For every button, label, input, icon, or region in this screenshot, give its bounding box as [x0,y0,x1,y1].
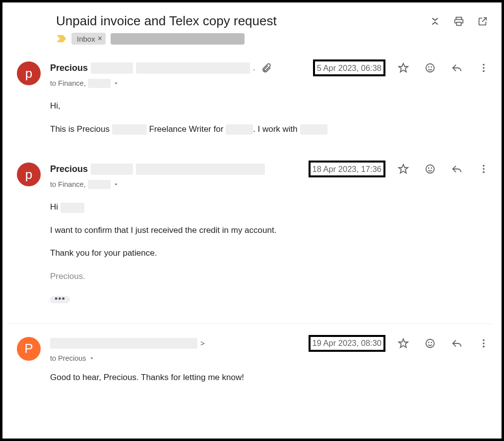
svg-point-22 [483,342,485,344]
redacted-text [136,62,250,73]
to-prefix: to [50,79,56,87]
svg-line-2 [482,17,486,21]
show-details-icon[interactable] [88,355,95,362]
svg-point-23 [483,345,485,347]
svg-point-4 [426,64,435,72]
print-icon[interactable] [453,15,465,27]
svg-point-21 [483,339,485,341]
body-line: Good to hear, Precious. Thanks for letti… [50,371,493,384]
svg-point-5 [429,67,429,67]
message-item: P > 19 Apr 2023, 08:30 to [7,335,493,397]
svg-point-9 [483,70,485,72]
angle-bracket: > [200,339,205,347]
inbox-label-chip[interactable]: Inbox × [71,33,106,45]
message-body: Hi, This is Precious Freelance Writer fo… [50,100,493,135]
emoji-react-icon[interactable] [424,337,436,349]
show-details-icon[interactable] [113,80,120,87]
to-value: Precious [58,354,86,362]
redacted-text [136,164,265,174]
timestamp: 5 Apr 2023, 06:38 [317,63,381,73]
signature: Precious. [50,270,493,283]
svg-point-6 [431,67,432,67]
reply-icon[interactable] [451,62,463,74]
svg-point-19 [429,342,429,342]
sender-name[interactable]: Precious [50,63,88,73]
message-divider [7,324,493,324]
body-line: Thank you for your patience. [50,247,493,260]
message-actions [397,163,490,175]
attachment-icon[interactable] [260,62,272,74]
redacted-text [91,164,133,174]
emoji-react-icon[interactable] [424,62,436,74]
star-icon[interactable] [397,62,409,74]
recipients-line[interactable]: to Precious [50,354,493,362]
svg-rect-1 [456,22,461,25]
svg-point-18 [426,339,435,347]
svg-point-16 [483,171,485,173]
sender-name[interactable]: Precious [50,164,88,174]
dot: . [253,63,255,72]
avatar-column: p [7,161,50,306]
svg-point-13 [431,168,432,168]
body-line: This is Precious Freelance Writer for . … [50,123,493,136]
thread-subject: Unpaid invoice and Telex copy request [56,13,429,29]
more-icon[interactable] [478,62,490,74]
redacted-text [88,79,111,88]
show-trimmed-content-button[interactable]: ••• [50,296,70,303]
open-new-window-icon[interactable] [477,15,489,27]
avatar-column: P [7,335,50,394]
important-marker-icon[interactable] [57,35,66,43]
svg-marker-10 [399,165,408,173]
remove-inbox-label-icon[interactable]: × [98,35,102,43]
svg-marker-17 [399,338,408,347]
reply-icon[interactable] [451,337,463,349]
redacted-text [61,203,84,213]
avatar[interactable]: P [17,337,41,361]
avatar-column: p [7,59,50,146]
body-line: I want to confirm that I just received t… [50,224,493,237]
more-icon[interactable] [478,163,490,175]
svg-point-11 [426,165,435,173]
recipients-line[interactable]: to Finance, [50,79,493,88]
timestamp-highlight: 5 Apr 2023, 06:38 [313,59,385,76]
redacted-text [91,62,133,73]
redacted-text [300,124,327,134]
email-thread-frame: Unpaid invoice and Telex copy request In… [0,0,504,441]
avatar[interactable]: p [17,163,41,186]
collapse-expand-icon[interactable] [429,15,441,27]
svg-point-12 [429,168,429,168]
inbox-label-text: Inbox [77,35,95,43]
svg-point-8 [483,67,485,69]
svg-rect-0 [456,17,462,19]
to-value: Finance, [58,79,86,87]
show-details-icon[interactable] [113,181,120,188]
message-item: p Precious 18 Apr 2023, 17:36 [7,161,493,321]
thread-header: Unpaid invoice and Telex copy request [56,13,493,29]
redacted-sender [50,338,197,348]
svg-marker-3 [399,63,408,72]
message-actions [397,62,490,74]
svg-point-7 [483,64,485,66]
redacted-label[interactable] [111,33,245,45]
timestamp: 19 Apr 2023, 08:30 [313,338,381,348]
star-icon[interactable] [397,163,409,175]
message-body: Good to hear, Precious. Thanks for letti… [50,371,493,384]
redacted-text [226,124,253,134]
star-icon[interactable] [397,337,409,349]
to-prefix: to [50,354,56,362]
emoji-react-icon[interactable] [424,163,436,175]
message-body: Hi I want to confirm that I just receive… [50,201,493,306]
more-icon[interactable] [478,337,490,349]
svg-point-14 [483,165,485,167]
recipients-line[interactable]: to Finance, [50,180,493,189]
redacted-text [112,124,147,134]
labels-row: Inbox × [57,33,493,45]
message-item: p Precious . 5 Apr 2023, 06:38 [7,59,493,161]
reply-icon[interactable] [451,163,463,175]
redacted-text [88,180,111,189]
timestamp-highlight: 18 Apr 2023, 17:36 [309,161,385,177]
message-actions [397,337,490,349]
to-prefix: to [50,180,56,188]
avatar[interactable]: p [17,61,41,85]
body-line: Hi [50,201,493,214]
